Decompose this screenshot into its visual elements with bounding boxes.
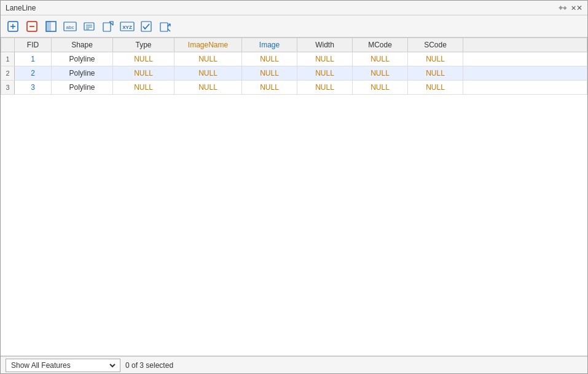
svg-rect-6 [46,22,51,31]
xyz-button[interactable]: XYZ [119,18,136,34]
calc-icon [83,20,95,33]
scode-cell[interactable]: NULL [408,81,463,95]
scode-cell[interactable]: NULL [408,66,463,81]
mcode-cell[interactable]: NULL [353,52,408,66]
import-icon [159,20,171,33]
extra-cell[interactable] [463,52,587,66]
export-button[interactable] [100,18,117,34]
selection-status: 0 of 3 selected [125,361,173,370]
add-row-button[interactable] [4,18,22,34]
close-icon[interactable]: ✕ [571,4,582,12]
xyz-icon: XYZ [120,20,135,33]
toolbar: abc XYZ [1,15,587,38]
image-cell[interactable]: NULL [242,52,297,66]
col-header-type[interactable]: Type [113,38,174,52]
scode-cell[interactable]: NULL [408,52,463,66]
svg-rect-13 [103,23,111,31]
image-cell[interactable]: NULL [242,66,297,81]
row-number-cell[interactable]: 1 [1,52,15,66]
row-number-cell[interactable]: 2 [1,66,15,81]
fid-cell[interactable]: 2 [15,66,52,81]
svg-rect-18 [160,23,168,31]
imagename-cell[interactable]: NULL [174,81,242,95]
width-cell[interactable]: NULL [297,52,353,66]
abc-button[interactable]: abc [61,18,79,34]
table-row[interactable]: 33PolylineNULLNULLNULLNULLNULLNULL [1,81,587,95]
window-title: LaneLine [6,4,36,12]
fid-cell[interactable]: 3 [15,81,52,95]
export-icon [102,20,114,33]
mcode-cell[interactable]: NULL [353,66,408,81]
table-header-row: FID Shape Type ImageName Image Width MCo… [1,38,587,52]
abc-icon: abc [63,20,77,33]
imagename-cell[interactable]: NULL [174,52,242,66]
extra-cell[interactable] [463,66,587,81]
filter-select[interactable]: Show All FeaturesShow Selected FeaturesS… [9,360,117,370]
add-row-icon [7,20,19,33]
title-bar: LaneLine ⌖ ✕ [1,1,587,15]
extra-cell[interactable] [463,81,587,95]
svg-rect-17 [141,22,151,31]
delete-row-button[interactable] [23,18,41,34]
imagename-cell[interactable]: NULL [174,66,242,81]
svg-text:abc: abc [66,25,74,30]
width-cell[interactable]: NULL [297,81,353,95]
shape-cell[interactable]: Polyline [52,52,113,66]
attribute-table[interactable]: FID Shape Type ImageName Image Width MCo… [1,38,587,356]
row-num-header [1,38,15,52]
table-row[interactable]: 11PolylineNULLNULLNULLNULLNULLNULL [1,52,587,66]
image-cell[interactable]: NULL [242,81,297,95]
pin-icon[interactable]: ⌖ [559,3,567,13]
svg-line-14 [109,22,113,25]
type-cell[interactable]: NULL [113,81,174,95]
select-icon [45,20,57,33]
type-cell[interactable]: NULL [113,52,174,66]
col-header-image[interactable]: Image [242,38,297,52]
svg-line-20 [168,29,170,31]
filter-dropdown[interactable]: Show All FeaturesShow Selected FeaturesS… [6,359,120,372]
title-bar-left: LaneLine [6,4,36,12]
verify-button[interactable] [138,18,155,34]
col-header-shape[interactable]: Shape [52,38,113,52]
shape-cell[interactable]: Polyline [52,81,113,95]
width-cell[interactable]: NULL [297,66,353,81]
col-header-fid[interactable]: FID [15,38,52,52]
col-header-mcode[interactable]: MCode [353,38,408,52]
import-button[interactable] [157,18,174,34]
col-header-width[interactable]: Width [297,38,353,52]
title-bar-right: ⌖ ✕ [559,3,582,13]
row-number-cell[interactable]: 3 [1,81,15,95]
table-row[interactable]: 22PolylineNULLNULLNULLNULLNULLNULL [1,66,587,81]
data-table: FID Shape Type ImageName Image Width MCo… [1,38,587,95]
status-bar: Show All FeaturesShow Selected FeaturesS… [1,356,587,373]
shape-cell[interactable]: Polyline [52,66,113,81]
select-button[interactable] [42,18,60,34]
mcode-cell[interactable]: NULL [353,81,408,95]
delete-row-icon [26,20,38,33]
svg-text:XYZ: XYZ [122,25,132,30]
verify-icon [140,20,152,33]
main-window: LaneLine ⌖ ✕ [0,0,588,374]
col-header-scode[interactable]: SCode [408,38,463,52]
col-header-imagename[interactable]: ImageName [174,38,242,52]
calc-button[interactable] [80,18,98,34]
type-cell[interactable]: NULL [113,66,174,81]
col-header-extra [463,38,587,52]
fid-cell[interactable]: 1 [15,52,52,66]
